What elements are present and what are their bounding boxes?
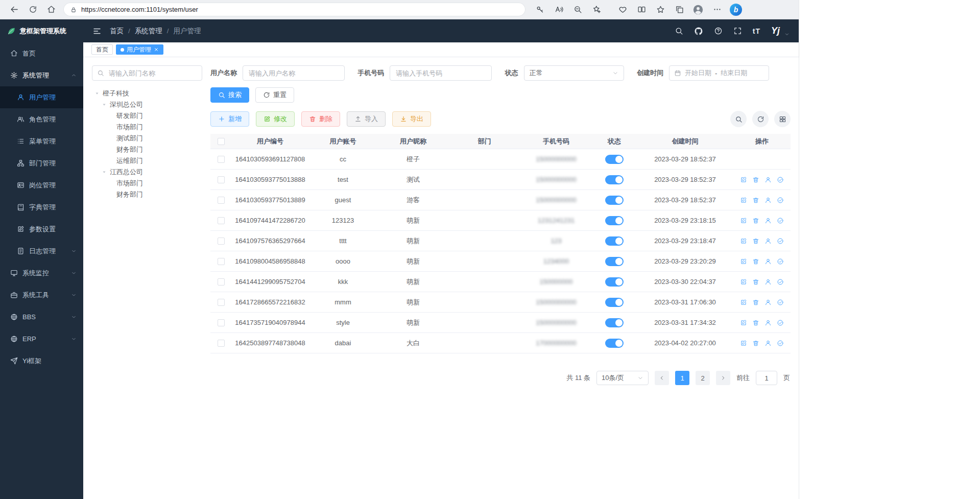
prev-page-button[interactable]	[655, 371, 669, 385]
sidebar-item-home[interactable]: 首页	[0, 42, 83, 64]
tab-home[interactable]: 首页	[91, 44, 113, 55]
reset-button[interactable]: 重置	[255, 87, 294, 103]
delete-action-icon[interactable]	[752, 299, 759, 306]
sidebar-item-erp[interactable]: ERP	[0, 328, 83, 350]
status-toggle[interactable]	[605, 277, 624, 287]
status-toggle[interactable]	[605, 257, 624, 266]
reset-password-action-icon[interactable]	[764, 197, 772, 204]
date-range-picker[interactable]: 开始日期 - 结束日期	[669, 65, 769, 81]
edit-action-icon[interactable]	[740, 258, 747, 265]
row-checkbox[interactable]	[218, 319, 225, 326]
browser-essentials-icon[interactable]	[614, 2, 631, 17]
tree-node[interactable]: 研发部门	[92, 110, 202, 122]
status-toggle[interactable]	[605, 155, 624, 164]
assign-role-action-icon[interactable]	[777, 299, 784, 306]
delete-action-icon[interactable]	[752, 176, 759, 183]
reset-password-action-icon[interactable]	[764, 340, 772, 347]
edit-action-icon[interactable]	[740, 319, 747, 326]
tree-node[interactable]: 江西总公司	[92, 167, 202, 178]
assign-role-action-icon[interactable]	[777, 176, 784, 183]
edit-action-icon[interactable]	[740, 197, 747, 204]
favorites-icon[interactable]	[652, 2, 668, 17]
sidebar-item-monitoring[interactable]: 系统监控	[0, 262, 83, 284]
edit-action-icon[interactable]	[740, 176, 747, 183]
reset-password-action-icon[interactable]	[764, 217, 772, 224]
status-toggle[interactable]	[605, 196, 624, 205]
toggle-search-button[interactable]	[730, 111, 747, 127]
add-button[interactable]: 新增	[210, 111, 249, 127]
tree-node[interactable]: 市场部门	[92, 122, 202, 133]
next-page-button[interactable]	[716, 371, 730, 385]
row-checkbox[interactable]	[218, 258, 225, 265]
status-toggle[interactable]	[605, 298, 624, 307]
sidebar-item-positions[interactable]: 岗位管理	[0, 174, 83, 196]
reset-password-action-icon[interactable]	[764, 176, 772, 183]
edit-action-icon[interactable]	[740, 299, 747, 306]
page-button-2[interactable]: 2	[696, 371, 710, 385]
font-size-icon[interactable]: tT	[753, 27, 760, 35]
sidebar-item-menus[interactable]: 菜单管理	[0, 130, 83, 152]
tree-node[interactable]: 橙子科技	[92, 88, 202, 99]
edit-action-icon[interactable]	[740, 237, 747, 245]
github-icon[interactable]	[694, 27, 703, 36]
reset-password-action-icon[interactable]	[764, 258, 772, 265]
browser-refresh-button[interactable]	[25, 2, 41, 17]
row-checkbox[interactable]	[218, 156, 225, 163]
user-logo[interactable]: Yj	[771, 26, 780, 36]
sidebar-item-tools[interactable]: 系统工具	[0, 284, 83, 306]
fullscreen-icon[interactable]	[733, 27, 742, 35]
import-button[interactable]: 导入	[347, 111, 386, 127]
tree-node[interactable]: 深圳总公司	[92, 99, 202, 110]
profile-avatar[interactable]	[690, 2, 706, 17]
sidebar-item-logs[interactable]: 日志管理	[0, 240, 83, 262]
help-icon[interactable]	[714, 27, 723, 35]
collapse-menu-icon[interactable]	[92, 27, 102, 36]
page-size-select[interactable]: 10条/页	[596, 371, 649, 385]
sidebar-item-users[interactable]: 用户管理	[0, 86, 83, 108]
address-bar[interactable]: https://ccnetcore.com:1101/system/user	[63, 3, 525, 16]
status-toggle[interactable]	[605, 318, 624, 327]
tab-user-management[interactable]: 用户管理	[116, 44, 163, 55]
status-toggle[interactable]	[605, 175, 624, 184]
status-toggle[interactable]	[605, 339, 624, 348]
assign-role-action-icon[interactable]	[777, 237, 784, 245]
sidebar-item-system[interactable]: 系统管理	[0, 64, 83, 86]
assign-role-action-icon[interactable]	[777, 258, 784, 265]
reset-password-action-icon[interactable]	[764, 237, 772, 245]
browser-back-button[interactable]	[6, 2, 22, 17]
tree-node[interactable]: 财务部门	[92, 189, 202, 200]
goto-page-input[interactable]	[756, 371, 777, 385]
row-checkbox[interactable]	[218, 237, 225, 245]
row-checkbox[interactable]	[218, 176, 225, 183]
row-checkbox[interactable]	[218, 217, 225, 224]
zoom-icon[interactable]	[569, 2, 586, 17]
tree-node[interactable]: 财务部门	[92, 144, 202, 155]
assign-role-action-icon[interactable]	[777, 197, 784, 204]
row-checkbox[interactable]	[218, 197, 225, 204]
row-checkbox[interactable]	[218, 299, 225, 306]
delete-action-icon[interactable]	[752, 237, 759, 245]
search-icon[interactable]	[675, 27, 683, 35]
column-settings-button[interactable]	[774, 111, 791, 127]
bing-chat-icon[interactable]: b	[728, 2, 744, 17]
tree-node[interactable]: 市场部门	[92, 178, 202, 189]
sidebar-item-roles[interactable]: 角色管理	[0, 108, 83, 130]
status-toggle[interactable]	[605, 216, 624, 225]
phone-input[interactable]	[390, 65, 492, 81]
status-select[interactable]: 正常	[524, 65, 624, 81]
delete-button[interactable]: 删除	[301, 111, 340, 127]
delete-action-icon[interactable]	[752, 278, 759, 286]
edit-action-icon[interactable]	[740, 217, 747, 224]
assign-role-action-icon[interactable]	[777, 217, 784, 224]
username-input[interactable]	[243, 65, 345, 81]
reset-password-action-icon[interactable]	[764, 319, 772, 326]
page-button-1[interactable]: 1	[675, 371, 689, 385]
delete-action-icon[interactable]	[752, 319, 759, 326]
sidebar-item-parameters[interactable]: 参数设置	[0, 218, 83, 240]
delete-action-icon[interactable]	[752, 217, 759, 224]
read-aloud-icon[interactable]	[551, 2, 567, 17]
add-favorite-icon[interactable]	[588, 2, 605, 17]
sidebar-item-departments[interactable]: 部门管理	[0, 152, 83, 174]
search-button[interactable]: 搜索	[210, 87, 249, 103]
assign-role-action-icon[interactable]	[777, 340, 784, 347]
